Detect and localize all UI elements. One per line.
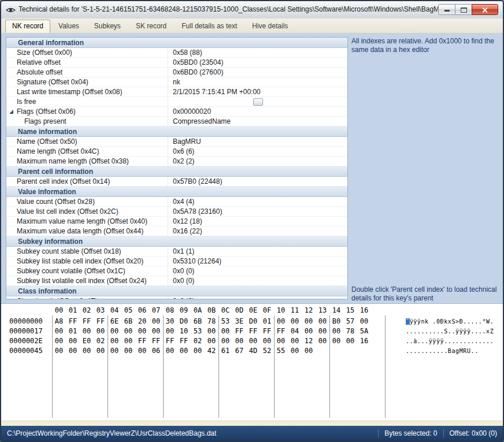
hex-row[interactable]: 0000002E0000E0020000FFFFFFFF020000000000…	[1, 336, 503, 346]
hex-byte[interactable]: FF	[135, 336, 149, 346]
grid-row[interactable]: Flags presentCompressedName	[6, 117, 347, 127]
hex-byte[interactable]: FF	[94, 317, 108, 326]
grid-row[interactable]: Last write timestamp (Offset 0x08)2/1/20…	[6, 87, 347, 97]
hex-byte[interactable]: 00	[163, 346, 177, 356]
hex-byte[interactable]: 00	[274, 317, 288, 326]
hex-byte[interactable]: 06	[149, 346, 163, 356]
hex-byte[interactable]: 10	[177, 326, 191, 336]
hex-byte[interactable]: 67	[232, 346, 246, 356]
hex-ascii[interactable]: ..à...ÿÿÿÿ.............	[406, 336, 494, 346]
minimize-button[interactable]	[438, 4, 455, 15]
hex-byte[interactable]: 00	[121, 346, 135, 356]
tab-hive-details[interactable]: Hive details	[245, 20, 295, 33]
hex-byte[interactable]: 00	[218, 326, 232, 336]
hex-byte[interactable]: 00	[94, 326, 108, 336]
hex-byte[interactable]: 00	[66, 336, 80, 346]
grid-row[interactable]: Subkey count stable (Offset 0x18)0x1 (1)	[6, 247, 347, 257]
hex-byte[interactable]: D0	[177, 317, 191, 326]
hex-viewer[interactable]: 000102030405060708090A0B0C0D0E0F10111213…	[1, 303, 503, 421]
grid-row[interactable]: Maximum value data length (Offset 0x44)0…	[6, 226, 347, 236]
hex-byte[interactable]: 04	[288, 326, 302, 336]
hex-byte[interactable]: 12	[302, 336, 316, 346]
hex-byte[interactable]: D0	[246, 317, 260, 326]
hex-byte[interactable]: 00	[163, 326, 177, 336]
hex-byte[interactable]: 42	[205, 346, 218, 356]
hex-ascii[interactable]: ..........S..ÿÿÿÿ....xZ	[406, 326, 494, 336]
grid-row[interactable]: Name (Offset 0x50)BagMRU	[6, 137, 347, 147]
hex-byte[interactable]: 00	[121, 326, 135, 336]
hex-byte[interactable]: 00	[205, 326, 218, 336]
hex-byte[interactable]: 00	[52, 346, 66, 356]
maximize-button[interactable]	[455, 4, 472, 15]
hex-byte[interactable]: FF	[232, 326, 246, 336]
grid-row[interactable]: Maximum value name length (Offset 0x40)0…	[6, 217, 347, 226]
hex-byte[interactable]: 00	[302, 317, 316, 326]
grid-row[interactable]: Flags (Offset 0x06)0x00000020	[6, 107, 347, 117]
hex-byte[interactable]: 00	[316, 326, 329, 336]
hex-byte[interactable]: 30	[163, 317, 177, 326]
hex-byte[interactable]: E0	[80, 336, 94, 346]
hex-row[interactable]: 0000001700010000000000000010530000FFFFFF…	[1, 326, 503, 336]
hex-ascii[interactable]: ...........BagMRU..	[406, 346, 479, 356]
hex-byte[interactable]: 53	[191, 326, 205, 336]
hex-byte[interactable]: 00	[302, 326, 316, 336]
hex-byte[interactable]: 4D	[246, 346, 260, 356]
hex-byte[interactable]: 00	[66, 346, 80, 356]
hex-byte[interactable]: 00	[108, 346, 121, 356]
hex-byte[interactable]: 00	[329, 336, 343, 346]
grid-row[interactable]: Parent cell index (Offset 0x14)0x57B0 (2…	[6, 177, 347, 187]
hex-byte[interactable]: 00	[135, 326, 149, 336]
hex-byte[interactable]: FF	[274, 326, 288, 336]
hex-byte[interactable]: 6E	[108, 317, 121, 326]
hex-byte[interactable]: 00	[343, 336, 357, 346]
hex-byte[interactable]: 00	[316, 336, 329, 346]
hex-byte[interactable]: A8	[52, 317, 66, 326]
hex-byte[interactable]: 57	[343, 317, 357, 326]
tab-nk-record[interactable]: NK record	[5, 20, 50, 33]
hex-byte[interactable]: 78	[343, 326, 357, 336]
hex-byte[interactable]: 00	[52, 336, 66, 346]
hex-byte[interactable]: 00	[218, 336, 232, 346]
grid-row[interactable]: Maximum name length (Offset 0x38)0x2 (2)	[6, 157, 347, 166]
hex-byte[interactable]: 00	[357, 317, 371, 326]
hex-byte[interactable]: 00	[329, 326, 343, 336]
grid-row[interactable]: Subkey count volatile (Offset 0x1C)0x0 (…	[6, 266, 347, 276]
grid-row[interactable]: Absolute offset0x6BD0 (27600)	[6, 68, 347, 77]
hex-byte[interactable]: 01	[260, 317, 274, 326]
is-free-checkbox[interactable]	[253, 98, 263, 106]
tab-sk-record[interactable]: SK record	[129, 20, 173, 33]
tab-subkeys[interactable]: Subkeys	[87, 20, 128, 33]
hex-byte[interactable]: 00	[149, 317, 163, 326]
hex-byte[interactable]: 6B	[191, 317, 205, 326]
hex-byte[interactable]: FF	[246, 326, 260, 336]
close-button[interactable]	[472, 4, 498, 15]
grid-row[interactable]: Is free	[6, 97, 347, 107]
grid-row[interactable]: Subkey list volatile cell index (Offset …	[6, 276, 347, 286]
hex-byte[interactable]: FF	[66, 317, 80, 326]
hex-byte[interactable]: 00	[149, 326, 163, 336]
hex-byte[interactable]: FF	[177, 336, 191, 346]
hex-byte[interactable]: 00	[288, 317, 302, 326]
hex-byte[interactable]: 5A	[357, 326, 371, 336]
hex-byte[interactable]: 01	[66, 326, 80, 336]
hex-byte[interactable]: 53	[218, 317, 232, 326]
hex-byte[interactable]: 00	[246, 336, 260, 346]
hex-byte[interactable]: 00	[108, 336, 121, 346]
hex-byte[interactable]: 00	[135, 346, 149, 356]
hex-byte[interactable]: 00	[80, 326, 94, 336]
hex-byte[interactable]: FF	[149, 336, 163, 346]
hex-byte[interactable]: 00	[177, 346, 191, 356]
hex-byte[interactable]: 00	[94, 346, 108, 356]
hex-byte[interactable]: 78	[205, 317, 218, 326]
hex-byte[interactable]: 52	[260, 346, 274, 356]
tab-values[interactable]: Values	[51, 20, 86, 33]
grid-row[interactable]: Value list cell index (Offset 0x2C)0x5A7…	[6, 207, 347, 217]
hex-byte[interactable]: 00	[302, 346, 316, 356]
hex-byte[interactable]: FF	[80, 317, 94, 326]
hex-row[interactable]: 00000000A8FFFFFF6E6B200030D06B78533ED001…	[1, 317, 503, 326]
grid-row[interactable]: Name length (Offset 0x4C)0x6 (6)	[6, 147, 347, 157]
grid-row[interactable]: Value count (Offset 0x28)0x4 (4)	[6, 197, 347, 207]
hex-byte[interactable]: 00	[316, 317, 329, 326]
hex-byte[interactable]: 3E	[232, 317, 246, 326]
hex-byte[interactable]: 00	[121, 336, 135, 346]
